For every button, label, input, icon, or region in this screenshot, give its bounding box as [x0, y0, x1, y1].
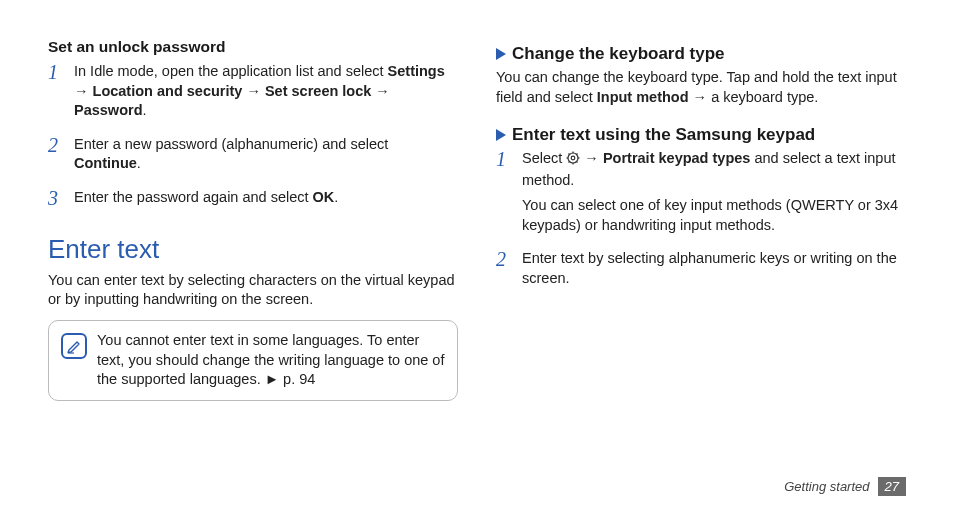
footer-section-label: Getting started: [784, 479, 869, 494]
step-item: 3 Enter the password again and select OK…: [48, 188, 458, 208]
svg-line-7: [569, 154, 570, 155]
change-keyboard-para: You can change the keyboard type. Tap an…: [496, 68, 906, 107]
gear-icon: [566, 151, 580, 171]
note-box: You cannot enter text in some languages.…: [48, 320, 458, 401]
step-extra: You can select one of key input methods …: [522, 196, 906, 235]
step-number: 2: [496, 249, 512, 288]
subheading-change-keyboard: Change the keyboard type: [496, 44, 906, 64]
subheading-samsung-keypad: Enter text using the Samsung keypad: [496, 125, 906, 145]
step-pre: Select: [522, 150, 566, 166]
chevron-right-icon: [496, 48, 506, 60]
step-number: 1: [48, 62, 64, 121]
step-pre: In Idle mode, open the application list …: [74, 63, 388, 79]
step-body: Enter a new password (alphanumeric) and …: [74, 135, 458, 174]
steps-set-password: 1 In Idle mode, open the application lis…: [48, 62, 458, 208]
step-pre: Enter text by selecting alphanumeric key…: [522, 250, 897, 286]
step-post: .: [137, 155, 141, 171]
svg-line-8: [577, 161, 578, 162]
step-number: 2: [48, 135, 64, 174]
step-bold: OK: [313, 189, 335, 205]
svg-line-9: [569, 161, 570, 162]
step-item: 1 In Idle mode, open the application lis…: [48, 62, 458, 121]
heading-enter-text: Enter text: [48, 234, 458, 265]
enter-text-intro: You can enter text by selecting characte…: [48, 271, 458, 310]
step-gear-after: →: [580, 150, 603, 166]
step-body: Select → Portrait keypad types and selec…: [522, 149, 906, 235]
subheading-text: Enter text using the Samsung keypad: [512, 125, 815, 145]
step-item: 2 Enter a new password (alphanumeric) an…: [48, 135, 458, 174]
right-column: Change the keyboard type You can change …: [496, 38, 906, 401]
note-icon: [61, 333, 87, 359]
page-number-badge: 27: [878, 477, 906, 496]
steps-samsung-keypad: 1 Select → Portrait keypad types and sel…: [496, 149, 906, 288]
svg-point-2: [572, 156, 576, 160]
step-body: In Idle mode, open the application list …: [74, 62, 458, 121]
para-bold: Input method: [597, 89, 689, 105]
step-body: Enter the password again and select OK.: [74, 188, 458, 208]
svg-line-10: [577, 154, 578, 155]
step-pre: Enter the password again and select: [74, 189, 313, 205]
step-number: 1: [496, 149, 512, 235]
step-number: 3: [48, 188, 64, 208]
heading-set-unlock-password: Set an unlock password: [48, 38, 458, 56]
chevron-right-icon: [496, 129, 506, 141]
step-post: .: [334, 189, 338, 205]
step-bold: Portrait keypad types: [603, 150, 750, 166]
step-item: 1 Select → Portrait keypad types and sel…: [496, 149, 906, 235]
subheading-text: Change the keyboard type: [512, 44, 725, 64]
para-post: → a keyboard type.: [689, 89, 819, 105]
step-body: Enter text by selecting alphanumeric key…: [522, 249, 906, 288]
step-post: .: [143, 102, 147, 118]
step-item: 2 Enter text by selecting alphanumeric k…: [496, 249, 906, 288]
step-bold: Continue: [74, 155, 137, 171]
step-pre: Enter a new password (alphanumeric) and …: [74, 136, 388, 152]
note-text: You cannot enter text in some languages.…: [97, 331, 445, 390]
left-column: Set an unlock password 1 In Idle mode, o…: [48, 38, 458, 401]
page-footer: Getting started 27: [784, 477, 906, 496]
